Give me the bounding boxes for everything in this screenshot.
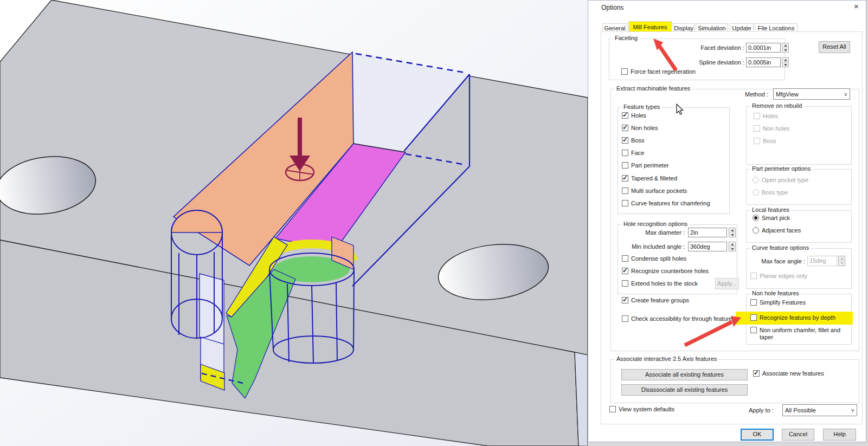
- checkbox-icon[interactable]: [622, 200, 628, 206]
- checkbox-check-accessibility[interactable]: Check accessibility for through features: [622, 315, 735, 322]
- checkbox-part-perimeter[interactable]: Part perimeter: [622, 162, 669, 169]
- checkbox-icon[interactable]: [750, 327, 757, 333]
- checkbox-holes[interactable]: Holes: [622, 112, 646, 119]
- checkbox-boss[interactable]: Boss: [622, 137, 644, 144]
- spinner-up-icon[interactable]: [729, 228, 735, 233]
- method-label: Method :: [745, 91, 768, 98]
- radio-icon: [753, 177, 759, 183]
- checkbox-extend-holes-stock[interactable]: Extend holes to the stock: [622, 280, 698, 287]
- checkbox-icon: [754, 138, 760, 144]
- spinner-down-icon[interactable]: [729, 247, 735, 251]
- method-dropdown[interactable]: MfgView: [773, 88, 850, 100]
- checkbox-non-holes[interactable]: Non holes: [622, 125, 658, 132]
- radio-boss-type: Boss type: [753, 189, 788, 196]
- tab-mill-features[interactable]: Mill Features: [628, 21, 672, 32]
- min-included-angle-input[interactable]: 360deg: [688, 242, 727, 251]
- associate-group: [610, 359, 859, 403]
- checkbox-non-uniform-chamfer[interactable]: Non uniform chamfer, fillet and taper: [750, 327, 847, 341]
- radio-icon[interactable]: [753, 227, 759, 234]
- part-perimeter-options-legend: Part perimeter options: [750, 165, 812, 172]
- checkbox-icon[interactable]: [622, 175, 628, 182]
- radio-smart-pick[interactable]: Smart pick: [753, 215, 790, 222]
- spinner-up-icon[interactable]: [782, 43, 788, 48]
- checkbox-icon[interactable]: [750, 314, 757, 321]
- checkbox-icon[interactable]: [622, 112, 628, 119]
- checkbox-tapered-filleted[interactable]: Tapered & filleted: [622, 175, 677, 182]
- apply-button: Apply...: [715, 278, 739, 289]
- ok-button[interactable]: OK: [741, 429, 774, 441]
- tab-file-locations[interactable]: File Locations: [755, 23, 798, 32]
- max-face-angle-input: 15deg: [807, 256, 837, 266]
- checkbox-condense-split-holes[interactable]: Condense split holes: [622, 255, 686, 262]
- remove-on-rebuild-legend: Remove on rebuild: [750, 102, 803, 109]
- checkbox-icon[interactable]: [622, 255, 628, 262]
- checkbox-icon[interactable]: [609, 406, 616, 412]
- checkbox-face[interactable]: Face: [622, 150, 644, 157]
- radio-open-pocket-type: Open pocket type: [753, 177, 808, 184]
- checkbox-multi-surface-pockets[interactable]: Multi surface pockets: [622, 188, 687, 195]
- checkbox-icon: [750, 273, 757, 279]
- tab-display[interactable]: Display: [673, 23, 695, 32]
- spinner-up-icon[interactable]: [782, 58, 788, 63]
- associate-legend: Associate interactive 2.5 Axis features: [615, 355, 718, 362]
- checkbox-icon[interactable]: [622, 137, 628, 144]
- min-included-angle-label: Min included angle :: [621, 243, 685, 250]
- close-icon[interactable]: ×: [854, 3, 859, 10]
- checkbox-create-feature-groups[interactable]: Create feature groups: [622, 297, 689, 304]
- spinner-down-icon[interactable]: [782, 63, 788, 67]
- disassociate-all-button[interactable]: Disassociate all existing features: [621, 384, 748, 396]
- cad-viewport[interactable]: [0, 0, 588, 446]
- radio-adjacent-faces[interactable]: Adjacent faces: [753, 227, 801, 234]
- checkbox-icon[interactable]: [621, 68, 628, 75]
- reset-all-button[interactable]: Reset All: [819, 41, 850, 53]
- spinner-down-icon[interactable]: [729, 233, 735, 237]
- cancel-button[interactable]: Cancel: [782, 429, 814, 441]
- checkbox-icon[interactable]: [622, 315, 628, 322]
- radio-icon: [753, 189, 759, 196]
- facet-deviation-spinner[interactable]: [782, 43, 789, 53]
- spinner-up-icon[interactable]: [729, 242, 735, 247]
- spline-deviation-input[interactable]: 0.0005in: [746, 57, 781, 67]
- facet-deviation-input[interactable]: 0.0001in: [746, 43, 781, 53]
- checkbox-icon[interactable]: [622, 125, 628, 131]
- facet-deviation-label: Facet deviation :: [684, 44, 744, 51]
- spline-deviation-spinner[interactable]: [782, 57, 789, 67]
- checkbox-recognize-features-by-depth[interactable]: Recognize features by depth: [750, 314, 835, 321]
- tab-update[interactable]: Update: [730, 23, 754, 32]
- checkbox-icon[interactable]: [622, 162, 628, 169]
- checkbox-view-system-defaults[interactable]: View system defaults: [609, 406, 674, 413]
- min-included-angle-spinner[interactable]: [729, 242, 736, 251]
- tab-simulation[interactable]: Simulation: [696, 23, 728, 32]
- checkbox-icon[interactable]: [622, 297, 628, 303]
- non-hole-features-legend: Non hole features: [750, 290, 801, 296]
- checkbox-rebuild-non-holes: Non holes: [754, 125, 790, 132]
- checkbox-icon[interactable]: [750, 299, 757, 306]
- apply-to-dropdown[interactable]: All Possible: [782, 404, 857, 416]
- checkbox-simplify-features[interactable]: Simplify Features: [750, 299, 806, 306]
- help-button[interactable]: Help: [823, 429, 856, 441]
- checkbox-recognize-counterbore[interactable]: Recognize counterbore holes: [622, 268, 709, 275]
- max-diameter-input[interactable]: 2in: [688, 228, 727, 237]
- checkbox-icon[interactable]: [622, 150, 628, 156]
- checkbox-icon: [754, 113, 760, 119]
- checkbox-associate-new-features[interactable]: Associate new features: [753, 370, 824, 377]
- checkbox-rebuild-holes: Holes: [754, 113, 778, 120]
- checkbox-icon[interactable]: [622, 188, 628, 194]
- checkbox-icon[interactable]: [622, 268, 628, 274]
- max-face-angle-spinner: [838, 256, 845, 266]
- options-dialog: Options × General Mill Features Display …: [588, 0, 866, 442]
- max-diameter-spinner[interactable]: [729, 228, 736, 237]
- extract-features-legend: Extract machinable features: [615, 85, 692, 92]
- radio-icon[interactable]: [753, 215, 759, 221]
- checkbox-icon[interactable]: [622, 280, 628, 287]
- force-facet-regeneration-checkbox[interactable]: Force facet regeneration: [621, 68, 696, 75]
- tab-general[interactable]: General: [602, 23, 627, 32]
- associate-all-button[interactable]: Associate all existing features: [621, 369, 748, 380]
- app-window: Options × General Mill Features Display …: [0, 0, 868, 446]
- checkbox-icon[interactable]: [753, 370, 760, 377]
- dialog-title: Options: [601, 4, 623, 11]
- spinner-down-icon[interactable]: [782, 48, 788, 53]
- feature-types-group: [618, 107, 730, 214]
- checkbox-curve-features-chamfering[interactable]: Curve features for chamfering: [622, 200, 710, 207]
- curve-feature-options-group: [746, 248, 852, 289]
